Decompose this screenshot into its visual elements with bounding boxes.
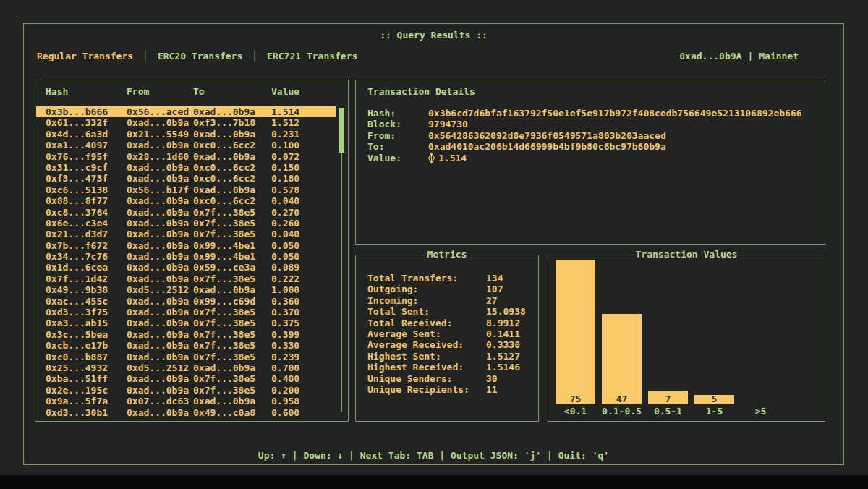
table-row[interactable]: 0x61...332f0xad...0b9a0xf3...7b181.512 (36, 117, 336, 128)
table-row[interactable]: 0x21...d3d70xad...0b9a0x7f...38e50.040 (36, 229, 336, 239)
cell-from: 0x07...dc63 (127, 396, 193, 407)
table-row[interactable]: 0xcb...e17b0xad...0b9a0x7f...38e50.330 (36, 340, 336, 351)
metric-item: Incoming:27 (367, 295, 534, 306)
detail-label: Hash: (367, 108, 428, 119)
table-scrollbar-track[interactable] (341, 108, 342, 412)
table-row[interactable]: 0xac...455c0xad...0b9a0x99...c69d0.360 (36, 296, 336, 307)
table-row[interactable]: 0x7f...1d420xad...0b9a0x7f...38e50.222 (36, 273, 336, 284)
detail-value: 1.514 (428, 153, 467, 163)
cell-value: 0.150 (271, 162, 336, 173)
cell-hash: 0xa3...ab15 (46, 318, 127, 328)
detail-field: From:0x564286362092d8e7936f0549571a803b2… (367, 130, 819, 141)
detail-field: Value:1.514 (367, 153, 819, 163)
cell-from: 0xad...0b9a (127, 229, 193, 239)
table-row[interactable]: 0xa1...40970xad...0b9a0xc0...6cc20.100 (36, 140, 336, 150)
cell-to: 0x59...ce3a (193, 262, 271, 273)
bar-0.1-0.5[interactable] (602, 314, 642, 404)
table-row[interactable]: 0x31...c9cf0xad...0b9a0xc0...6cc20.150 (36, 162, 336, 173)
cell-to: 0xad...0b9a (193, 362, 271, 373)
metric-item: Outgoing:107 (367, 284, 534, 294)
tab-erc721-transfers[interactable]: ERC721 Transfers (267, 51, 357, 61)
cell-from: 0xad...0b9a (127, 240, 193, 251)
cell-from: 0xad...0b9a (127, 318, 193, 328)
table-row[interactable]: 0xa3...ab150xad...0b9a0x7f...38e50.375 (36, 318, 336, 328)
table-row[interactable]: 0x1d...6cea0xad...0b9a0x59...ce3a0.089 (36, 262, 336, 273)
cell-from: 0xad...0b9a (127, 195, 193, 206)
table-row[interactable]: 0x7b...f6720xad...0b9a0x99...4be10.050 (36, 240, 336, 251)
table-row[interactable]: 0x25...49320xd5...25120xad...0b9a0.700 (36, 362, 336, 373)
cell-value: 0.072 (271, 151, 336, 162)
table-row[interactable]: 0xc8...37640xad...0b9a0x7f...38e50.270 (36, 207, 336, 218)
metric-label: Unique Recipients: (367, 384, 486, 395)
bar-<0.1[interactable] (556, 260, 595, 404)
table-row[interactable]: 0x49...9b380xd5...25120xad...0b9a1.000 (36, 284, 336, 295)
cell-hash: 0xd3...3f75 (46, 307, 127, 318)
metric-item: Total Sent:15.0938 (367, 306, 534, 317)
cell-hash: 0x25...4932 (46, 362, 127, 373)
cell-from: 0xad...0b9a (127, 117, 193, 128)
chart-title: Transaction Values (634, 249, 740, 260)
column-header-from: From (127, 86, 193, 97)
terminal-screen: :: Query Results :: Regular Transfers│ER… (0, 0, 868, 489)
cell-hash: 0x61...332f (46, 117, 127, 128)
transfers-table-panel: HashFromToValue 0x3b...b6660x56...aced0x… (35, 80, 349, 422)
cell-to: 0x7f...38e5 (193, 318, 271, 328)
app-title: :: Query Results :: (24, 30, 843, 41)
cell-value: 0.370 (271, 307, 336, 318)
cell-to: 0x99...4be1 (193, 251, 271, 262)
metric-label: Highest Received: (367, 362, 486, 373)
cell-to: 0x7f...38e5 (193, 329, 271, 340)
cell-from: 0x56...aced (127, 106, 193, 117)
table-row[interactable]: 0x34...7c760xad...0b9a0x99...4be10.050 (36, 251, 336, 262)
metric-item: Average Received:0.3330 (367, 339, 534, 350)
cell-hash: 0xba...51ff (46, 373, 127, 384)
eth-icon (428, 153, 435, 163)
cell-from: 0x56...b17f (127, 184, 193, 195)
cell-hash: 0xcb...e17b (46, 340, 127, 351)
cell-hash: 0x49...9b38 (46, 284, 127, 295)
cell-value: 1.512 (271, 117, 336, 128)
tab-separator: │ (252, 51, 258, 61)
table-row[interactable]: 0xf3...473f0xad...0b9a0xc0...6cc20.180 (36, 173, 336, 184)
tab-erc20-transfers[interactable]: ERC20 Transfers (158, 51, 242, 61)
table-row[interactable]: 0xd3...30b10xad...0b9a0x49...c0a80.600 (36, 407, 336, 418)
table-row[interactable]: 0xba...51ff0xad...0b9a0x7f...38e50.480 (36, 373, 336, 384)
table-row[interactable]: 0xd3...3f750xad...0b9a0x7f...38e50.370 (36, 307, 336, 318)
metrics-title: Metrics (425, 249, 469, 260)
cell-hash: 0x2e...195c (46, 385, 127, 396)
table-row[interactable]: 0x2e...195c0xad...0b9a0x7f...38e50.200 (36, 385, 336, 396)
table-row[interactable]: 0xc0...b8870xad...0b9a0x7f...38e50.239 (36, 352, 336, 362)
column-header-hash: Hash (46, 86, 127, 97)
detail-value-text: 0x564286362092d8e7936f0549571a803b203aac… (428, 130, 666, 141)
metric-label: Total Sent: (367, 306, 486, 317)
table-row[interactable]: 0x3c...5bea0xad...0b9a0x7f...38e50.399 (36, 329, 336, 340)
metric-item: Total Received:8.9912 (367, 318, 534, 328)
metric-label: Total Transfers: (367, 273, 486, 284)
table-row[interactable]: 0x6e...c3e40xad...0b9a0x7f...38e50.260 (36, 218, 336, 229)
detail-label: From: (367, 130, 428, 141)
cell-hash: 0xc0...b887 (46, 352, 127, 362)
table-scrollbar-thumb[interactable] (339, 108, 344, 153)
bar-value-label: 75 (556, 394, 595, 404)
metric-item: Highest Sent:1.5127 (367, 351, 534, 362)
table-row[interactable]: 0x88...8f770xad...0b9a0xc0...6cc20.040 (36, 195, 336, 206)
detail-field: Hash:0x3b6cd7d6bfaf163792f50e1ef5e917b97… (367, 108, 819, 119)
tab-separator: │ (142, 51, 148, 61)
cell-to: 0x7f...38e5 (193, 273, 271, 284)
wallet-address: 0xad...0b9A (679, 51, 741, 61)
cell-from: 0xad...0b9a (127, 340, 193, 351)
metric-value: 8.9912 (486, 318, 520, 328)
bar-value-label: 47 (602, 394, 642, 404)
table-row[interactable]: 0xc6...51380x56...b17f0xad...0b9a0.578 (36, 184, 336, 195)
cell-hash: 0xf3...473f (46, 173, 127, 184)
metric-item: Unique Senders:30 (367, 373, 534, 384)
table-row[interactable]: 0x9a...5f7a0x07...dc630xad...0b9a0.958 (36, 396, 336, 407)
tab-regular-transfers[interactable]: Regular Transfers (37, 51, 133, 61)
detail-value: 0x564286362092d8e7936f0549571a803b203aac… (428, 130, 666, 141)
table-row[interactable]: 0x76...f95f0x28...1d600xad...0b9a0.072 (36, 151, 336, 162)
table-row[interactable]: 0x4d...6a3d0x21...55490xad...0b9a0.231 (36, 129, 336, 140)
detail-field: Block:9794730 (367, 119, 819, 129)
detail-value: 9794730 (428, 119, 468, 129)
table-row[interactable]: 0x3b...b6660x56...aced0xad...0b9a1.514 (36, 106, 336, 117)
cell-value: 0.399 (271, 329, 336, 340)
